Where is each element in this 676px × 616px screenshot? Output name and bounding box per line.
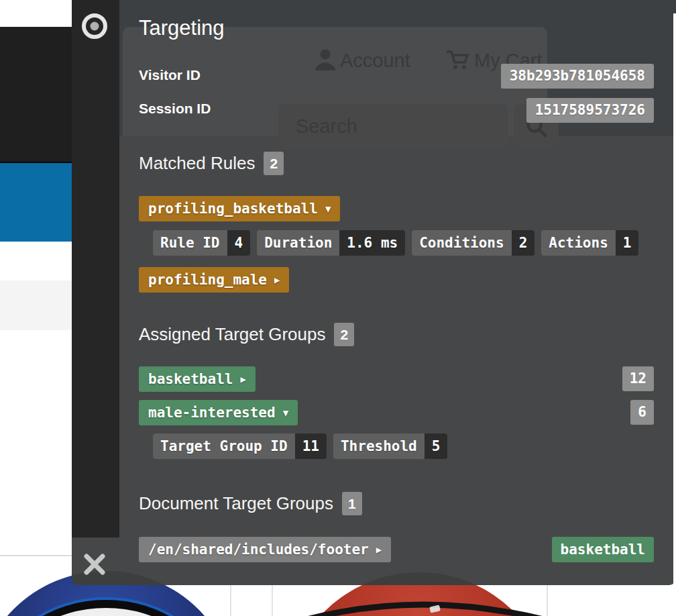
visitor-id-value: 38b293b781054658 [501, 64, 654, 89]
group-details-row: Target Group ID 11 Threshold 5 [153, 433, 447, 459]
group-name: male-interested [148, 405, 276, 421]
collapse-triangle-icon: ▼ [283, 407, 288, 418]
expand-triangle-icon: ▶ [240, 374, 245, 384]
page-scrollbar-strip [673, 13, 676, 616]
panel-title: Targeting [139, 16, 225, 40]
group-name: basketball [148, 371, 233, 387]
matched-rules-heading: Matched Rules 2 [139, 152, 284, 175]
expand-triangle-icon: ▶ [376, 544, 382, 555]
rule-name: profiling_basketball [148, 201, 318, 217]
page-header-block [0, 27, 72, 162]
page-gray-block [0, 280, 72, 330]
document-footer-path-button[interactable]: /en/shared/includes/footer ▶ [139, 537, 391, 562]
visitor-id-label: Visitor ID [139, 67, 201, 83]
group-male-interested-button[interactable]: male-interested ▼ [139, 400, 298, 425]
actions-badge: Actions 1 [541, 230, 638, 256]
targeting-bullseye-icon[interactable] [80, 11, 109, 41]
rule-details-row: Rule ID 4 Duration 1.6 ms Conditions 2 A… [153, 230, 638, 256]
document-target-groups-count: 1 [342, 492, 362, 515]
assigned-target-groups-count: 2 [334, 323, 354, 346]
panel-content: Targeting Visitor ID 38b293b781054658 Se… [119, 0, 676, 585]
document-group-basketball-badge: basketball [552, 537, 654, 562]
duration-badge: Duration 1.6 ms [257, 230, 405, 256]
collapse-triangle-icon: ▼ [325, 203, 331, 214]
group-basketball-score: 12 [622, 366, 654, 391]
document-target-groups-title: Document Target Groups [139, 493, 333, 514]
threshold-badge: Threshold 5 [333, 433, 447, 459]
targeting-debug-panel: Account My Cart Search Targeting Visitor… [72, 0, 676, 585]
conditions-badge: Conditions 2 [412, 230, 534, 256]
page-hero-blue-block [0, 163, 72, 242]
debug-sidebar [72, 0, 119, 537]
document-target-groups-heading: Document Target Groups 1 [139, 492, 362, 515]
close-icon[interactable] [82, 552, 107, 577]
group-basketball-button[interactable]: basketball ▶ [139, 366, 256, 392]
rule-profiling-basketball-button[interactable]: profiling_basketball ▼ [139, 196, 340, 221]
group-male-interested-score: 6 [630, 400, 654, 425]
target-group-id-badge: Target Group ID 11 [153, 433, 327, 459]
product-grid-line [0, 555, 72, 556]
session-id-value: 1517589573726 [526, 98, 654, 123]
product-grid-line [272, 585, 273, 616]
matched-rules-title: Matched Rules [139, 153, 255, 174]
rule-name: profiling_male [148, 272, 267, 288]
assigned-target-groups-title: Assigned Target Groups [139, 324, 325, 345]
rule-profiling-male-button[interactable]: profiling_male ▶ [139, 267, 289, 293]
document-path: /en/shared/includes/footer [148, 542, 369, 558]
matched-rules-count: 2 [264, 152, 284, 175]
assigned-target-groups-heading: Assigned Target Groups 2 [139, 323, 354, 346]
expand-triangle-icon: ▶ [274, 274, 280, 285]
session-id-label: Session ID [139, 101, 211, 117]
rule-id-badge: Rule ID 4 [153, 230, 250, 256]
